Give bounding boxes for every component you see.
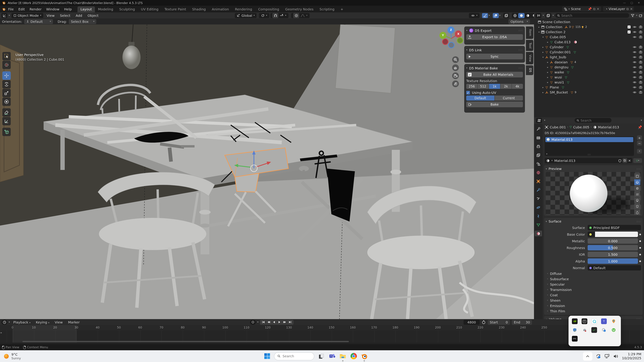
outliner-row-dengtou[interactable]: ▸ ▽ dengtou ▽: [534, 65, 644, 70]
section-thin-film[interactable]: ›Thin Film: [546, 308, 641, 314]
falloff-curve-icon[interactable]: [300, 13, 305, 17]
ortho-grid-button[interactable]: [452, 80, 459, 87]
outliner-filter-mode-button[interactable]: [545, 13, 551, 18]
panel-grip-icon[interactable]: ::::: [636, 220, 641, 223]
ior-slider[interactable]: 1.500: [588, 252, 638, 257]
printer-icon[interactable]: [582, 327, 587, 333]
copy-material-button[interactable]: ⧉: [622, 158, 627, 163]
snap-increment-icon[interactable]: [280, 13, 284, 17]
properties-search[interactable]: [574, 118, 612, 123]
workspace-tab-shading[interactable]: Shading: [189, 6, 209, 12]
timeline-menu-marker[interactable]: Marker: [66, 320, 82, 324]
outliner-display-mode-button[interactable]: [535, 13, 541, 18]
preview-sphere-button[interactable]: [634, 179, 640, 185]
network-monitor-icon[interactable]: [591, 327, 597, 333]
render-camera-icon[interactable]: [639, 30, 643, 34]
outliner-row-daoxian[interactable]: ▸ daoxian ▽4: [534, 60, 644, 65]
end-frame-field[interactable]: End30: [512, 320, 532, 325]
render-camera-icon[interactable]: [639, 75, 643, 79]
export-d5a-button[interactable]: Export to .D5A: [466, 34, 523, 40]
base-color-swatch[interactable]: [588, 232, 638, 237]
decorator-dot[interactable]: [639, 233, 641, 235]
timeline-menu-view[interactable]: View: [53, 320, 64, 324]
hide-eye-icon[interactable]: [632, 50, 636, 54]
snap-toggle[interactable]: [272, 13, 278, 18]
hide-eye-icon[interactable]: [632, 35, 636, 39]
expand-arrow-icon[interactable]: ▸: [541, 91, 545, 94]
menu-edit[interactable]: Edit: [16, 7, 27, 11]
transform-orientation-selector[interactable]: Global ▾: [235, 13, 257, 18]
menu-render[interactable]: Render: [27, 7, 44, 11]
viewport-menu-add[interactable]: Add: [74, 13, 84, 17]
taskbar-weather-widget[interactable]: 9°C Sunny: [0, 353, 40, 360]
unlink-material-button[interactable]: ✕: [628, 159, 631, 162]
sync-button[interactable]: Sync: [466, 54, 523, 59]
render-camera-icon[interactable]: [639, 65, 643, 69]
auto-uv-toggle[interactable]: ✓ Using Auto-UV: [466, 91, 523, 94]
auto-keying-toggle[interactable]: [250, 320, 256, 325]
outliner-row-wusi[interactable]: ▸ ▽ wusi ▽: [534, 75, 644, 80]
camera-view-button[interactable]: [452, 72, 459, 79]
timeline-menu-keying[interactable]: Keying ▾: [34, 320, 52, 324]
preview-shaderball-button[interactable]: [634, 197, 640, 203]
expand-arrow-icon[interactable]: ▸: [541, 51, 545, 53]
resolution-512[interactable]: 512: [478, 84, 489, 89]
tab-world[interactable]: [535, 170, 542, 175]
tab-object[interactable]: [535, 178, 542, 184]
play-button[interactable]: [276, 320, 282, 325]
outliner-search[interactable]: [555, 13, 630, 18]
pan-hand-button[interactable]: [452, 64, 459, 71]
preview-hair-button[interactable]: [634, 191, 640, 197]
section-diffuse[interactable]: ›Diffuse: [546, 271, 641, 276]
display-device-icon[interactable]: [604, 354, 610, 359]
render-camera-icon[interactable]: [639, 50, 643, 54]
object-visibility-selector[interactable]: ▾: [469, 13, 480, 18]
options-button[interactable]: Options ▾: [508, 19, 530, 24]
outliner-row-waike[interactable]: ▸ ▽ waike ▽: [534, 70, 644, 75]
start-frame-field[interactable]: Start0: [488, 320, 510, 325]
material-slot-list[interactable]: Material.013 ▸ ::::: [545, 136, 634, 156]
jump-to-end-button[interactable]: [287, 320, 293, 325]
tab-tool[interactable]: [535, 126, 542, 132]
render-camera-icon[interactable]: [639, 25, 643, 29]
render-camera-icon[interactable]: [639, 80, 643, 84]
material-name-field[interactable]: ▾ Material.013 ⧉ ✕: [545, 158, 632, 163]
render-camera-icon[interactable]: [639, 70, 643, 74]
xray-toggle[interactable]: [503, 13, 509, 18]
bake-button[interactable]: Bake: [466, 102, 523, 107]
expand-arrow-icon[interactable]: ▸: [541, 86, 545, 89]
task-view-icon[interactable]: [318, 353, 325, 360]
n-tab-tool[interactable]: Tool: [526, 40, 533, 51]
tool-measure[interactable]: [2, 117, 11, 125]
utorrent-icon[interactable]: [611, 327, 616, 333]
properties-search-input[interactable]: [580, 118, 610, 122]
blender-app-icon[interactable]: [360, 353, 368, 360]
expand-arrow-icon[interactable]: ▸: [537, 26, 541, 28]
taskbar-clock[interactable]: 1:29 PM 10/20/2025: [622, 352, 641, 360]
hide-eye-icon[interactable]: [632, 75, 636, 79]
normal-dropdown[interactable]: Default: [588, 265, 641, 271]
new-collection-icon[interactable]: [639, 13, 643, 17]
render-camera-icon[interactable]: [639, 45, 643, 49]
orientation-dropdown[interactable]: Default ▾: [24, 19, 53, 24]
shading-material-button[interactable]: [524, 13, 531, 18]
tray-expand-chevron[interactable]: [583, 352, 592, 361]
resolution-1k[interactable]: 1k: [489, 84, 500, 89]
taskbar-search[interactable]: [274, 352, 314, 360]
viewlayer-selector[interactable]: ▾ ViewLayer ⧉ ✕: [603, 6, 634, 11]
expand-arrow-icon[interactable]: ▸: [546, 76, 550, 79]
hide-eye-icon[interactable]: [632, 80, 636, 84]
expand-arrow-icon[interactable]: ▸: [546, 66, 550, 68]
pivot-point-selector[interactable]: ▾: [259, 13, 269, 18]
resolution-256[interactable]: 256: [466, 84, 478, 89]
viewport-menu-view[interactable]: View: [44, 13, 56, 17]
outliner-row-wusi1[interactable]: ▸ ▽ wusi1 ▽: [534, 80, 644, 85]
resolution-4k[interactable]: 4k: [512, 84, 523, 89]
section-transmission[interactable]: ›Transmission: [546, 287, 641, 292]
outliner-row-collection[interactable]: ▸ Collection 3 ▽115 2 ✓: [534, 24, 644, 29]
quicktime-icon[interactable]: [591, 319, 597, 324]
timeline-menu-playback[interactable]: Playback ▾: [11, 320, 32, 324]
expand-arrow-icon[interactable]: ▸: [546, 81, 550, 84]
shading-solid-button[interactable]: [518, 13, 524, 18]
tool-transform[interactable]: [2, 97, 11, 106]
